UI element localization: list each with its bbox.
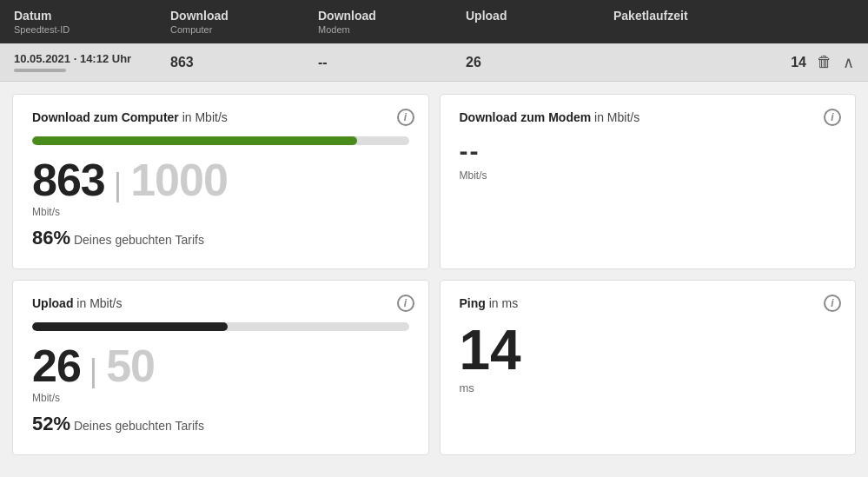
col-dl-modem-main-label: Download [318, 9, 466, 23]
dl-computer-value-unit: Mbit/s [32, 206, 409, 218]
dl-computer-value-display: 863 | 1000 [32, 157, 409, 202]
card-dl-modem-title: Download zum Modem in Mbit/s [460, 110, 837, 124]
col-dl-computer-main-label: Download [170, 9, 318, 23]
dl-modem-info-icon[interactable]: i [824, 109, 841, 126]
col-datum-label: Datum [14, 9, 170, 23]
dl-computer-progress-bar-container [32, 136, 409, 145]
upload-value-unit: Mbit/s [32, 392, 409, 404]
col-paket-header: Paketlaufzeit [613, 9, 854, 23]
chevron-up-button[interactable]: ∧ [843, 53, 854, 72]
ping-value: 14 [460, 322, 837, 378]
dl-computer-value-separator: | [114, 169, 122, 201]
upload-progress-bar-container [32, 322, 409, 331]
cards-grid: Download zum Computer in Mbit/s i 863 | … [0, 82, 868, 467]
dl-computer-percent-row: 86% Deines gebuchten Tarifs [32, 227, 409, 249]
dl-modem-dash: -- [460, 136, 837, 166]
col-dl-modem-header: Download Modem [318, 9, 466, 35]
card-upload-title-rest: in Mbit/s [73, 296, 122, 310]
col-upload-label: Upload [466, 9, 613, 23]
col-upload-header: Upload [466, 9, 613, 23]
dl-computer-progress-bar-fill [32, 136, 357, 145]
dl-computer-value-main: 863 [32, 157, 105, 202]
card-dl-computer-title: Download zum Computer in Mbit/s [32, 110, 409, 124]
col-speedtest-id-label: Speedtest-ID [14, 24, 170, 35]
upload-progress-bar-fill [32, 322, 228, 331]
card-upload-title-bold: Upload [32, 296, 73, 310]
row-upload-value: 26 [466, 55, 481, 70]
dl-computer-percent-value: 86% [32, 227, 70, 248]
upload-value-separator: | [89, 355, 97, 387]
ping-unit: ms [460, 381, 837, 394]
card-dl-computer-title-rest: in Mbit/s [179, 110, 228, 124]
col-paket-label: Paketlaufzeit [613, 9, 854, 23]
dl-computer-info-icon[interactable]: i [397, 109, 414, 126]
dl-computer-percent-label-text: Deines gebuchten Tarifs [74, 233, 204, 247]
row-actions: 14 🗑 ∧ [791, 53, 854, 72]
card-ping-title-bold: Ping [460, 296, 486, 310]
card-dl-modem-title-bold: Download zum Modem [460, 110, 592, 124]
col-datum-header: Datum Speedtest-ID [14, 9, 170, 35]
dl-modem-unit: Mbit/s [460, 169, 837, 182]
card-dl-modem-title-rest: in Mbit/s [591, 110, 639, 124]
table-row: 10.05.2021 · 14:12 Uhr 863 -- 26 14 🗑 ∧ [0, 43, 868, 82]
card-ping: Ping in ms i 14 ms [440, 280, 857, 455]
row-dl-modem-cell: -- [318, 55, 466, 70]
card-ping-title-rest: in ms [486, 296, 518, 310]
row-dl-computer-value: 863 [170, 55, 194, 70]
upload-percent-value: 52% [32, 413, 70, 434]
card-dl-modem: Download zum Modem in Mbit/s i -- Mbit/s [440, 94, 857, 269]
card-dl-computer-title-bold: Download zum Computer [32, 110, 179, 124]
card-ping-title: Ping in ms [460, 296, 837, 310]
row-date-text: 10.05.2021 · 14:12 Uhr [14, 52, 170, 65]
delete-button[interactable]: 🗑 [817, 53, 832, 71]
col-dl-computer-header: Download Computer [170, 9, 318, 35]
upload-percent-row: 52% Deines gebuchten Tarifs [32, 413, 409, 435]
dl-computer-value-max: 1000 [130, 157, 228, 202]
ping-info-icon[interactable]: i [824, 295, 841, 312]
row-dl-computer-cell: 863 [170, 55, 318, 70]
row-paket-value: 14 [791, 55, 806, 70]
upload-value-display: 26 | 50 [32, 343, 409, 388]
col-dl-modem-sub-label: Modem [318, 24, 466, 35]
row-speedtest-id-bar [14, 69, 66, 72]
upload-value-max: 50 [106, 343, 155, 388]
card-dl-computer: Download zum Computer in Mbit/s i 863 | … [12, 94, 429, 269]
upload-info-icon[interactable]: i [397, 295, 414, 312]
table-header: Datum Speedtest-ID Download Computer Dow… [0, 0, 868, 43]
row-datum-cell: 10.05.2021 · 14:12 Uhr [14, 52, 170, 72]
upload-value-main: 26 [32, 343, 81, 388]
card-upload-title: Upload in Mbit/s [32, 296, 409, 310]
upload-percent-label-text: Deines gebuchten Tarifs [74, 419, 204, 433]
row-dl-modem-value: -- [318, 55, 328, 70]
col-dl-computer-sub-label: Computer [170, 24, 318, 35]
card-upload: Upload in Mbit/s i 26 | 50 Mbit/s 52% De… [12, 280, 429, 455]
row-upload-cell: 26 [466, 55, 613, 70]
